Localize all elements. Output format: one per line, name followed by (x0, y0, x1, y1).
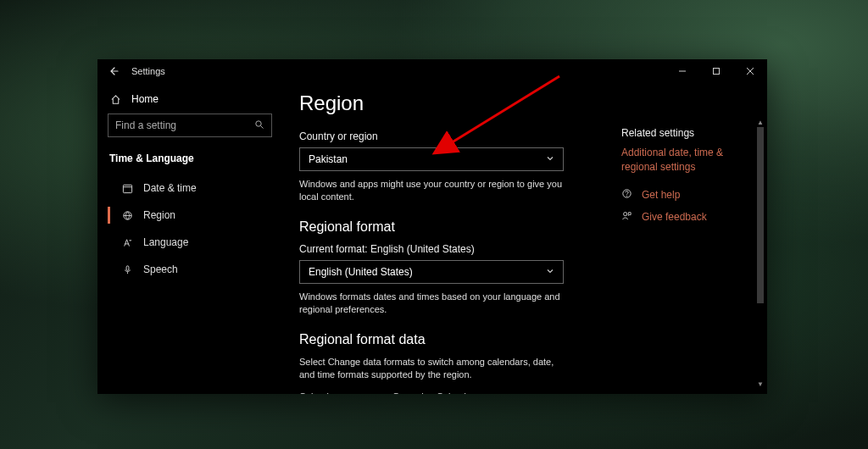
sidebar-item-label: Date & time (143, 182, 197, 194)
maximize-icon (712, 67, 721, 75)
svg-line-3 (261, 125, 264, 128)
country-dropdown[interactable]: Pakistan (299, 147, 564, 171)
scroll-thumb[interactable] (757, 127, 764, 303)
sidebar-section-label: Time & Language (97, 149, 282, 175)
window-controls (665, 59, 767, 83)
scrollbar[interactable]: ▲ ▼ (755, 117, 765, 389)
format-data-helper: Select Change data formats to switch amo… (299, 356, 562, 382)
country-value: Pakistan (309, 153, 348, 165)
get-help-link[interactable]: Get help (621, 188, 760, 202)
sidebar-item-date-time[interactable]: Date & time (97, 175, 282, 202)
related-column: Related settings Additional date, time &… (621, 91, 760, 394)
globe-icon (121, 210, 133, 221)
search-input[interactable]: Find a setting (108, 114, 272, 137)
page-title: Region (299, 91, 579, 115)
current-format-label: Current format: English (United States) (299, 243, 579, 255)
titlebar: Settings (97, 59, 767, 83)
country-label: Country or region (299, 130, 579, 142)
help-label: Get help (642, 189, 680, 201)
sidebar-item-label: Speech (143, 263, 178, 275)
svg-rect-4 (123, 185, 131, 192)
scroll-up-icon[interactable]: ▲ (755, 117, 765, 127)
format-data-heading: Regional format data (299, 332, 579, 347)
svg-point-2 (256, 120, 261, 125)
main-column: Region Country or region Pakistan Window… (299, 91, 579, 394)
close-icon (746, 67, 754, 75)
svg-point-10 (624, 212, 627, 215)
related-heading: Related settings (621, 127, 760, 139)
search-placeholder: Find a setting (115, 119, 176, 131)
scroll-track[interactable] (755, 127, 765, 379)
additional-settings-link[interactable]: Additional date, time & regional setting… (621, 146, 760, 175)
sidebar: Home Find a setting Time & Language Date… (97, 83, 282, 394)
regional-format-heading: Regional format (299, 219, 579, 235)
maximize-button[interactable] (699, 59, 733, 83)
give-feedback-link[interactable]: Give feedback (621, 210, 760, 224)
sidebar-item-label: Region (143, 209, 175, 221)
format-helper: Windows formats dates and times based on… (299, 291, 562, 317)
content-area: Region Country or region Pakistan Window… (282, 83, 767, 394)
calendar-clock-icon (121, 183, 133, 194)
minimize-icon (678, 67, 687, 75)
arrow-left-icon (108, 66, 119, 76)
language-icon (121, 237, 133, 248)
svg-point-9 (626, 195, 627, 196)
calendar-key: Calendar: (299, 390, 392, 394)
sidebar-item-label: Language (143, 236, 188, 248)
format-value: English (United States) (309, 266, 413, 278)
svg-rect-7 (126, 265, 129, 270)
minimize-button[interactable] (665, 59, 699, 83)
home-icon (109, 94, 121, 105)
search-icon (254, 119, 264, 132)
settings-window: Settings Home Find a setting (97, 59, 767, 394)
help-icon (621, 188, 633, 202)
sidebar-item-speech[interactable]: Speech (97, 256, 282, 283)
svg-rect-1 (714, 69, 720, 75)
sidebar-item-region[interactable]: Region (97, 202, 282, 229)
chevron-down-icon (546, 154, 554, 164)
close-button[interactable] (733, 59, 767, 83)
chevron-down-icon (546, 267, 554, 277)
table-row: Calendar: Gregorian Calendar (299, 390, 579, 394)
calendar-value: Gregorian Calendar (392, 390, 475, 394)
feedback-icon (621, 210, 633, 224)
microphone-icon (121, 264, 133, 275)
home-nav[interactable]: Home (97, 88, 282, 114)
back-button[interactable] (108, 65, 120, 77)
country-helper: Windows and apps might use your country … (299, 178, 562, 204)
window-title: Settings (131, 66, 165, 76)
sidebar-item-language[interactable]: Language (97, 229, 282, 256)
home-label: Home (131, 93, 159, 105)
format-dropdown[interactable]: English (United States) (299, 260, 564, 284)
scroll-down-icon[interactable]: ▼ (755, 379, 765, 389)
feedback-label: Give feedback (642, 211, 707, 223)
